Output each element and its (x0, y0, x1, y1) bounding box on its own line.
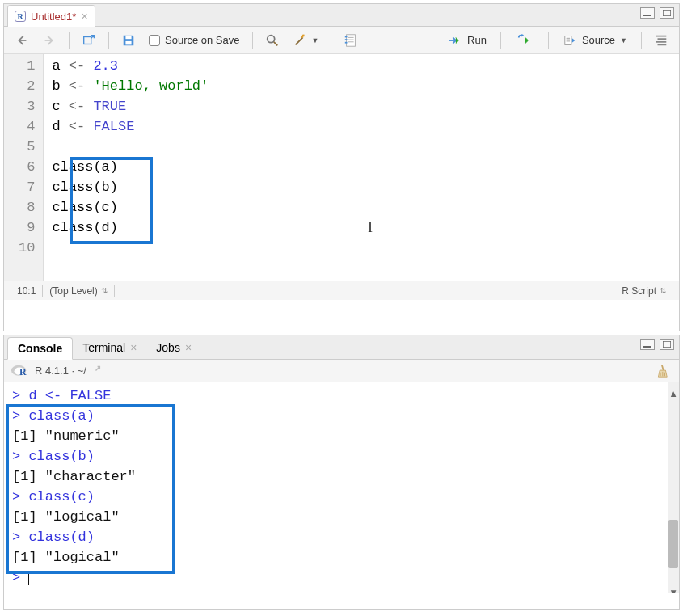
maximize-button[interactable] (660, 339, 674, 350)
r-logo-icon: R (11, 365, 28, 378)
popout-icon[interactable] (93, 364, 104, 378)
rerun-button[interactable] (509, 31, 540, 50)
scroll-down-icon[interactable]: ▾ (669, 583, 677, 591)
console-header: R R 4.1.1 · ~/ (4, 360, 679, 382)
svg-rect-2 (84, 36, 91, 44)
close-icon[interactable]: × (185, 341, 192, 354)
tab-title: Untitled1* (31, 11, 76, 23)
save-button[interactable] (117, 31, 140, 50)
editor-tab-untitled[interactable]: R Untitled1* × (7, 5, 95, 27)
svg-rect-12 (663, 341, 671, 348)
scroll-up-icon[interactable]: ▴ (669, 384, 677, 392)
clear-console-button[interactable] (650, 361, 672, 381)
line-number: 2 (19, 76, 35, 96)
line-number: 9 (19, 217, 35, 238)
scrollbar[interactable]: ▴ ▾ (668, 382, 679, 593)
tab-console-label: Console (18, 342, 62, 355)
compile-report-button[interactable] (339, 31, 362, 50)
tab-console[interactable]: Console (7, 337, 73, 360)
popout-button[interactable] (78, 31, 100, 50)
code-line[interactable]: class(c) (52, 197, 209, 217)
editor-toolbar: Source on Save ▼ Run Source ▼ (4, 27, 679, 54)
line-number: 7 (19, 177, 35, 197)
code-tools-button[interactable]: ▼ (289, 31, 323, 50)
separator (641, 32, 642, 49)
wand-icon (293, 33, 307, 48)
outline-icon (654, 33, 668, 48)
tab-terminal[interactable]: Terminal × (73, 337, 146, 358)
console-prompt-line: > class(a) (12, 406, 671, 426)
outline-button[interactable] (650, 31, 672, 50)
console-prompt-line: > class(c) (12, 487, 671, 507)
code-line[interactable]: class(b) (52, 177, 209, 197)
scope-label: (Top Level) (49, 285, 97, 297)
console-output-line: [1] "character" (12, 466, 671, 487)
code-content[interactable]: a <- 2.3b <- 'Hello, world'c <- TRUEd <-… (44, 54, 217, 281)
console-prompt-line: > class(d) (12, 527, 671, 547)
svg-rect-10 (565, 36, 571, 44)
svg-text:R: R (19, 366, 27, 378)
separator (331, 32, 331, 49)
editor-status-bar: 10:1 (Top Level) ⇅ R Script ⇅ (4, 281, 679, 300)
code-line[interactable]: class(d) (52, 217, 209, 238)
source-label: Source (582, 34, 615, 46)
back-button[interactable] (11, 31, 33, 50)
svg-rect-3 (125, 35, 131, 39)
close-icon[interactable]: × (81, 10, 87, 23)
minimize-button[interactable] (640, 7, 655, 19)
broom-icon (654, 364, 668, 378)
separator (108, 32, 109, 49)
line-number: 3 (19, 96, 35, 116)
separator (548, 32, 549, 49)
svg-rect-9 (345, 41, 348, 43)
code-line[interactable] (52, 238, 209, 258)
editor-pane: R Untitled1* × Source on (3, 3, 680, 331)
code-line[interactable]: class(a) (52, 157, 209, 177)
code-line[interactable]: a <- 2.3 (52, 56, 209, 76)
rerun-icon (515, 33, 534, 48)
line-number: 1 (19, 56, 35, 76)
code-line[interactable]: b <- 'Hello, world' (52, 76, 209, 96)
tab-jobs-label: Jobs (156, 341, 180, 354)
minimize-button[interactable] (640, 339, 655, 350)
run-label: Run (467, 34, 487, 46)
line-number: 4 (19, 116, 35, 137)
forward-button[interactable] (38, 31, 61, 50)
window-controls (640, 7, 674, 19)
scroll-thumb[interactable] (668, 520, 678, 568)
forward-icon (42, 33, 57, 48)
find-button[interactable] (261, 31, 284, 50)
line-number: 6 (19, 157, 35, 177)
close-icon[interactable]: × (130, 341, 137, 354)
source-button[interactable]: Source ▼ (557, 31, 633, 50)
editor-tab-bar: R Untitled1* × (4, 4, 679, 27)
tab-terminal-label: Terminal (82, 341, 125, 354)
back-icon (15, 33, 29, 48)
scope-selector[interactable]: (Top Level) ⇅ (43, 285, 114, 297)
console-output[interactable]: ▴ ▾ > d <- FALSE> class(a)[1] "numeric">… (4, 382, 679, 593)
cursor-position[interactable]: 10:1 (11, 285, 43, 297)
line-number: 8 (19, 197, 35, 217)
window-controls (640, 339, 674, 350)
svg-rect-7 (345, 36, 348, 37)
code-line[interactable]: c <- TRUE (52, 96, 209, 116)
svg-rect-8 (345, 39, 348, 40)
popout-icon (82, 33, 96, 48)
code-editor[interactable]: 12345678910 a <- 2.3b <- 'Hello, world'c… (4, 54, 679, 281)
notebook-icon (344, 33, 358, 48)
code-line[interactable] (52, 137, 209, 157)
run-icon (446, 33, 464, 48)
svg-point-5 (267, 35, 274, 42)
console-pane: Console Terminal × Jobs × R R 4.1.1 · ~/ (3, 335, 680, 610)
console-prompt-line: > d <- FALSE (12, 386, 671, 406)
source-on-save-toggle[interactable]: Source on Save (145, 32, 244, 49)
svg-rect-4 (125, 40, 131, 44)
code-line[interactable]: d <- FALSE (52, 116, 209, 137)
console-output-line: [1] "numeric" (12, 426, 671, 446)
tab-jobs[interactable]: Jobs × (146, 337, 201, 358)
maximize-button[interactable] (660, 7, 674, 19)
svg-rect-1 (663, 10, 671, 16)
run-button[interactable]: Run (441, 31, 492, 50)
separator (69, 32, 70, 49)
file-type-selector[interactable]: R Script ⇅ (615, 285, 672, 297)
